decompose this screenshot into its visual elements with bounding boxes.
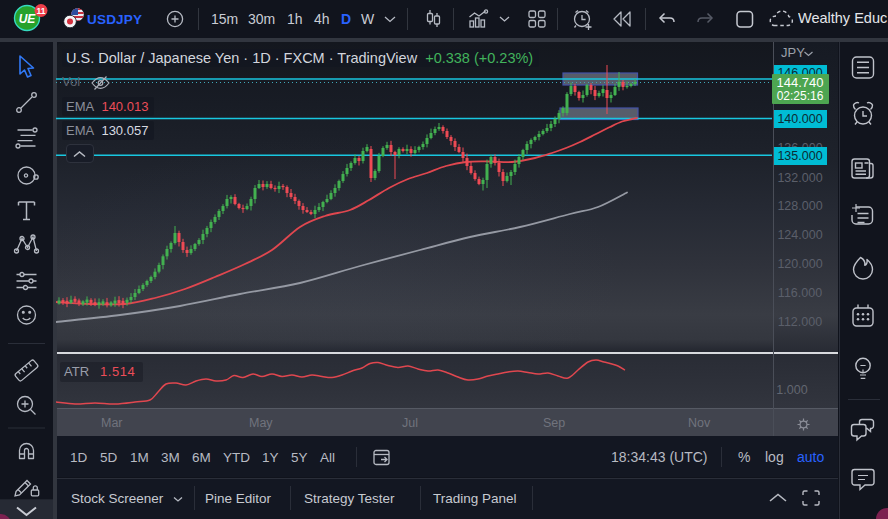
svg-text:11: 11 xyxy=(37,6,46,16)
svg-text:UE: UE xyxy=(19,12,37,26)
